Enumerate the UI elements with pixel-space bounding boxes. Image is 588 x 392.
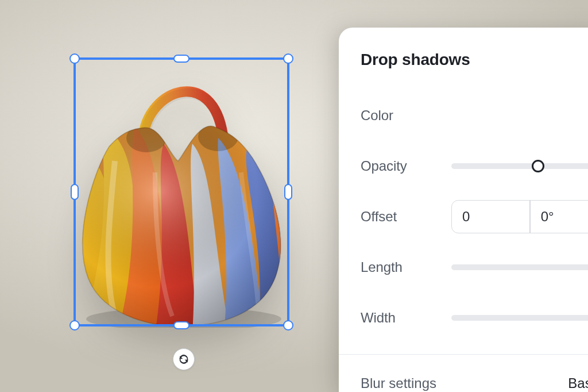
offset-angle-input[interactable]: 0° [531,201,588,233]
offset-distance-input[interactable]: 0 [452,201,529,233]
color-label: Color [361,107,451,124]
opacity-label: Opacity [361,158,451,174]
offset-input-group: 0 0° [451,200,588,233]
resize-handle-top-left[interactable] [69,53,80,64]
blur-mode-selector[interactable]: Basics [568,375,588,391]
resize-handle-right[interactable] [284,184,292,200]
panel-divider [339,354,588,355]
rotate-icon [178,353,189,365]
resize-handle-bottom-right[interactable] [283,320,293,330]
opacity-slider[interactable] [451,163,588,170]
slider-track [451,264,588,270]
resize-handle-top[interactable] [173,55,189,63]
resize-handle-bottom-left[interactable] [69,320,80,330]
offset-label: Offset [361,209,451,225]
rotate-button[interactable] [173,348,195,370]
slider-track [451,315,588,321]
drop-shadows-panel: Drop shadows Color Opacity Offset 0 0° L… [339,28,588,392]
width-label: Width [361,310,451,326]
canvas-area[interactable]: Drop shadows Color Opacity Offset 0 0° L… [0,0,588,392]
selected-image[interactable] [69,57,293,328]
slider-thumb[interactable] [532,160,544,172]
resize-handle-left[interactable] [71,184,79,200]
blur-settings-label: Blur settings [361,375,436,391]
resize-handle-bottom[interactable] [173,321,189,329]
panel-title: Drop shadows [361,51,588,69]
slider-track [451,163,588,169]
length-label: Length [361,259,451,275]
length-slider[interactable] [451,264,588,271]
width-slider[interactable] [451,314,588,321]
resize-handle-top-right[interactable] [283,53,293,64]
